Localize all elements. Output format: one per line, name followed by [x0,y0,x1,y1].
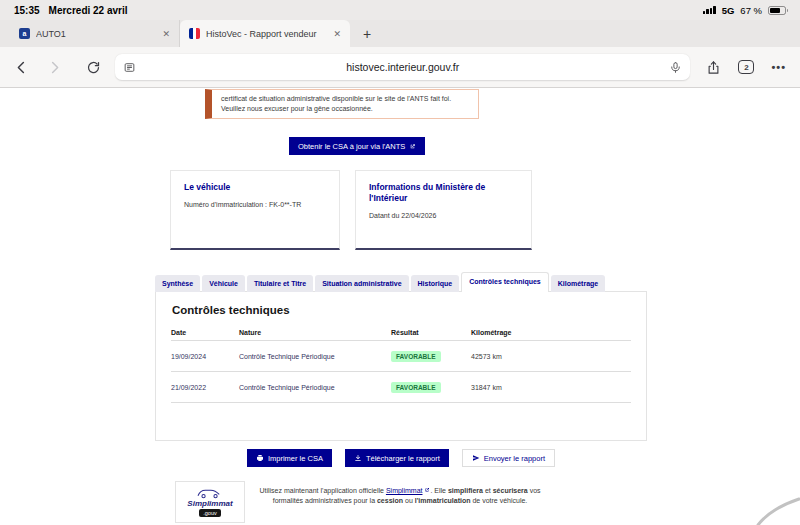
report-tab-bar: Synthèse Véhicule Titulaire et Titre Sit… [155,269,647,292]
send-icon [472,454,480,462]
tab-vehicule[interactable]: Véhicule [202,275,245,292]
france-flag-favicon [189,28,200,39]
vehicle-card-body: Numéro d'immatriculation : FK-0**-TR [184,201,326,208]
cell-nature: Contrôle Technique Périodique [239,353,391,360]
simplimmat-link[interactable]: Simplimmat [386,487,423,494]
ios-status-bar: 15:35 Mercredi 22 avril 5G 67 % [0,0,800,20]
footer-segment: ou [403,497,415,504]
footer-segment: Utilisez maintenant l'application offici… [259,487,386,494]
section-title: Contrôles techniques [172,304,630,316]
car-icon [190,487,230,499]
browser-tab-histovec[interactable]: HistoVec - Rapport vendeur ✕ [180,20,350,47]
footer-segment: et [483,487,493,494]
csa-ants-button-label: Obtenir le CSA à jour via l'ANTS [298,142,405,151]
browser-tab-auto1[interactable]: a AUTO1 ✕ [10,20,180,47]
tab-kilometrage[interactable]: Kilométrage [551,275,605,292]
simplimmat-logo: Simplimmat .gouv [175,481,245,523]
cell-date: 21/09/2022 [171,384,239,391]
report-actions: Imprimer le CSA Télécharger le rapport E… [155,449,647,467]
status-date: Mercredi 22 avril [49,5,128,16]
browser-toolbar: histovec.interieur.gouv.fr 2 ••• [0,47,800,88]
address-bar[interactable]: histovec.interieur.gouv.fr [115,54,690,80]
footer-bold: cession [377,497,403,504]
cell-kilometrage: 42573 km [471,353,631,360]
footer-bold: l'immatriculation [415,497,471,504]
share-icon[interactable] [706,60,721,75]
tab-label: HistoVec - Rapport vendeur [206,29,327,39]
col-resultat: Résultat [391,329,471,336]
alert-line-2: Veuillez nous excuser pour la gêne occas… [221,104,469,114]
reload-button[interactable] [86,60,101,75]
tab-synthese[interactable]: Synthèse [155,275,200,292]
clock: 15:35 [14,5,40,16]
print-csa-label: Imprimer le CSA [268,454,323,463]
table-row: 21/09/2022 Contrôle Technique Périodique… [171,372,631,403]
ants-warning-alert: certificat de situation administrative d… [205,89,479,119]
vehicle-card-title: Le véhicule [184,182,326,193]
download-report-label: Télécharger le rapport [366,454,440,463]
col-date: Date [171,329,239,336]
csa-ants-button[interactable]: Obtenir le CSA à jour via l'ANTS [289,137,425,155]
footer-segment: de votre véhicule. [470,497,527,504]
controles-techniques-panel: Contrôles techniques Date Nature Résulta… [155,291,647,441]
tab-label: AUTO1 [36,29,156,39]
toolbar-right: 2 ••• [706,60,786,75]
external-link-icon [409,143,416,150]
footer-segment: . Elle [430,487,448,494]
footer-bold: simplifiera [448,487,483,494]
tab-controles-techniques[interactable]: Contrôles techniques [461,272,549,292]
vehicle-card: Le véhicule Numéro d'immatriculation : F… [170,170,340,250]
download-report-button[interactable]: Télécharger le rapport [345,449,449,467]
microphone-icon[interactable] [669,61,682,74]
send-report-label: Envoyer le rapport [484,454,545,463]
more-menu-button[interactable]: ••• [771,61,786,73]
cell-date: 19/09/2024 [171,353,239,360]
battery-icon [768,6,786,15]
inspections-table: Date Nature Résultat Kilométrage 19/09/2… [171,324,631,403]
ministry-card-body: Datant du 22/04/2026 [369,212,518,219]
download-icon [354,454,362,462]
status-left: 15:35 Mercredi 22 avril [14,5,128,16]
tabs-overview-button[interactable]: 2 [738,60,754,74]
tab-titulaire-et-titre[interactable]: Titulaire et Titre [247,275,313,292]
url-text: histovec.interieur.gouv.fr [346,61,459,73]
col-kilometrage: Kilométrage [471,329,631,336]
browser-tab-bar: a AUTO1 ✕ HistoVec - Rapport vendeur ✕ + [0,20,800,47]
back-button[interactable] [14,60,29,75]
battery-percent-label: 67 % [740,5,762,16]
forward-button[interactable] [47,60,62,75]
close-tab-icon[interactable]: ✕ [162,29,170,39]
alert-line-1: certificat de situation administrative d… [221,94,469,104]
col-nature: Nature [239,329,391,336]
table-header-row: Date Nature Résultat Kilométrage [171,324,631,341]
new-tab-button[interactable]: + [350,20,384,47]
cell-nature: Contrôle Technique Périodique [239,384,391,391]
tab-historique[interactable]: Historique [411,275,460,292]
footer-text: Utilisez maintenant l'application offici… [248,486,552,506]
tab-situation-administrative[interactable]: Situation administrative [315,275,408,292]
reader-icon[interactable] [123,61,136,74]
close-tab-icon[interactable]: ✕ [333,29,341,39]
network-type-label: 5G [722,5,735,16]
ministry-card-title: Informations du Ministère de l'Intérieur [369,182,518,204]
ministry-card: Informations du Ministère de l'Intérieur… [355,170,532,250]
auto1-favicon: a [19,28,30,39]
printer-icon [256,454,264,462]
status-badge: FAVORABLE [391,382,441,393]
footer-bold: sécurisera [493,487,528,494]
status-badge: FAVORABLE [391,351,441,362]
status-right: 5G 67 % [703,5,786,16]
table-row: 19/09/2024 Contrôle Technique Périodique… [171,341,631,372]
send-report-button[interactable]: Envoyer le rapport [462,449,555,467]
cell-kilometrage: 31847 km [471,384,631,391]
cellular-signal-icon [703,6,716,14]
print-csa-button[interactable]: Imprimer le CSA [247,449,332,467]
gouv-badge: .gouv [199,509,220,517]
scroll-indicator [754,497,800,525]
simplimmat-logo-name: Simplimmat [187,500,232,508]
